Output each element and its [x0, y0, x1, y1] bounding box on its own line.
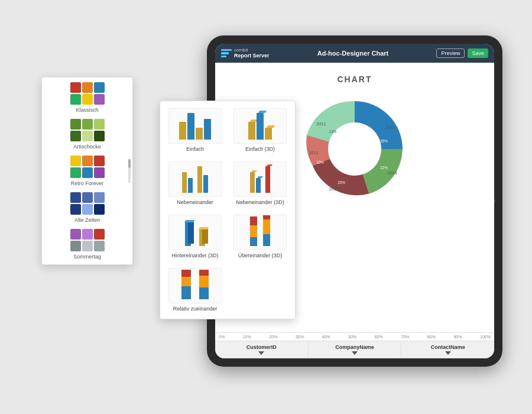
- col-companyname: CompanyName: [309, 341, 402, 358]
- style-hinter-thumb: [168, 215, 222, 250]
- svg-text:2014: 2014: [388, 170, 397, 176]
- style-einfach-3d-thumb: [233, 108, 287, 144]
- style-einfach-thumb: [168, 108, 222, 144]
- scroll-thumb[interactable]: [128, 159, 131, 168]
- header-actions: Preview Save: [436, 48, 488, 58]
- svg-text:2015: 2015: [385, 125, 395, 130]
- theme-artischocke-label: Artischocke: [73, 144, 101, 150]
- sort-arrow-companyname[interactable]: [352, 351, 358, 355]
- theme-retro-label: Retro Forever: [71, 180, 104, 186]
- style-relativ[interactable]: Relativ zueinander: [165, 266, 225, 314]
- donut-svg: 2015 2014 2013 2012 2011 35% 22% 20% 10%…: [301, 96, 408, 202]
- donut-chart: 2015 2014 2013 2012 2011 35% 22% 20% 10%…: [301, 96, 408, 202]
- chart-title: CHART: [338, 75, 372, 84]
- preview-button[interactable]: Preview: [436, 48, 465, 58]
- style-einfach-3d[interactable]: Einfach (3D): [230, 106, 290, 154]
- style-neben-3d-thumb: [233, 161, 287, 197]
- svg-text:2011: 2011: [316, 121, 326, 127]
- style-uber[interactable]: Übereinander (3D): [230, 212, 290, 261]
- style-uber-label: Übereinander (3D): [238, 253, 283, 258]
- app-header: combit Report Server Ad-hoc-Designer Cha…: [215, 44, 494, 63]
- style-einfach-label: Einfach: [186, 146, 204, 152]
- app-logo-icon: [221, 49, 232, 57]
- style-uber-thumb: [233, 215, 287, 250]
- style-neben-3d[interactable]: Nebeneinander (3D): [230, 159, 290, 208]
- col-contactname: ContactName: [401, 341, 494, 358]
- style-hinter[interactable]: Hintereinander (3D): [165, 212, 225, 261]
- style-relativ-thumb: [168, 268, 222, 303]
- style-neben[interactable]: Nebeneinander: [165, 159, 225, 208]
- col-companyname-header[interactable]: CompanyName: [309, 341, 401, 358]
- svg-text:20%: 20%: [338, 180, 345, 185]
- main-scene: combit Report Server Ad-hoc-Designer Cha…: [30, 24, 502, 390]
- theme-sommer[interactable]: Sommertag: [47, 229, 128, 260]
- style-relativ-label: Relativ zueinander: [173, 306, 218, 312]
- xaxis-bar: 0% 10% 20% 30% 40% 50% 60% 70% 80% 90% 1…: [215, 332, 494, 341]
- svg-text:22%: 22%: [380, 166, 388, 170]
- save-button[interactable]: Save: [468, 48, 488, 58]
- scroll-indicator: [128, 159, 131, 183]
- style-einfach-3d-label: Einfach (3D): [245, 146, 275, 152]
- theme-list: Klassisch Artischocke: [42, 77, 132, 264]
- style-neben-3d-label: Nebeneinander (3D): [236, 199, 284, 205]
- svg-text:10%: 10%: [316, 160, 324, 164]
- col-customerid: CustomerID: [215, 341, 309, 358]
- svg-text:2013: 2013: [329, 186, 339, 192]
- col-contactname-header[interactable]: ContactName: [401, 341, 494, 358]
- sort-arrow-contactname[interactable]: [445, 351, 451, 355]
- app-logo: combit Report Server: [221, 47, 270, 59]
- theme-klassisch-label: Klassisch: [76, 107, 98, 113]
- svg-text:2012: 2012: [309, 150, 319, 156]
- chart-style-grid: Einfach: [165, 106, 290, 314]
- color-theme-panel: Klassisch Artischocke: [41, 77, 133, 265]
- theme-alte-label: Alte Zeiten: [74, 217, 100, 223]
- data-table-strip: CustomerID CompanyName ContactName: [215, 341, 494, 358]
- theme-klassisch[interactable]: Klassisch: [47, 82, 128, 113]
- theme-artischocke[interactable]: Artischocke: [47, 119, 128, 150]
- sort-arrow-customerid[interactable]: [258, 351, 264, 355]
- app-logo-text: combit Report Server: [234, 47, 270, 59]
- style-neben-thumb: [168, 161, 222, 197]
- theme-alte[interactable]: Alte Zeiten: [47, 192, 128, 223]
- style-einfach[interactable]: Einfach: [165, 106, 225, 154]
- theme-retro[interactable]: Retro Forever: [47, 156, 128, 186]
- theme-sommer-label: Sommertag: [73, 254, 101, 260]
- chart-style-panel: Einfach: [160, 101, 296, 319]
- col-customerid-header[interactable]: CustomerID: [215, 341, 308, 358]
- svg-text:35%: 35%: [380, 139, 388, 143]
- style-hinter-label: Hintereinander (3D): [171, 253, 218, 258]
- svg-text:13%: 13%: [329, 130, 337, 134]
- app-title: Ad-hoc-Designer Chart: [317, 50, 388, 57]
- style-neben-label: Nebeneinander: [177, 199, 213, 205]
